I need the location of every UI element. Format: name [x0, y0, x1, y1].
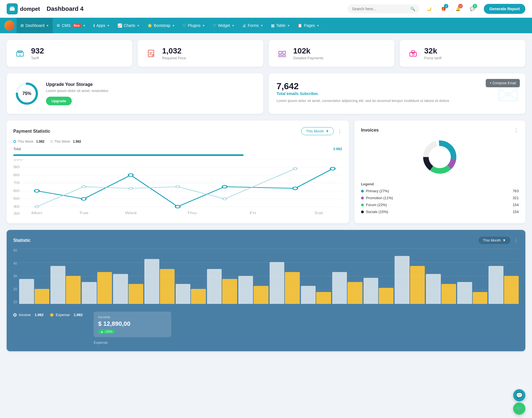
- expense-bar: [66, 276, 81, 304]
- svg-point-38: [35, 206, 39, 208]
- logo[interactable]: dompet: [7, 3, 40, 14]
- expense-label: Expense: [56, 313, 70, 317]
- statistic-title: Statistic: [13, 238, 30, 243]
- expense-value: 1.982: [74, 313, 83, 317]
- svg-text:Fri: Fri: [250, 211, 256, 215]
- sidebar-item-table[interactable]: ▦ Table ▼: [267, 18, 294, 33]
- more-options-icon[interactable]: ⋮: [337, 128, 342, 134]
- income-bar: [332, 272, 347, 304]
- bar-group: [364, 248, 394, 304]
- upgrade-button[interactable]: Upgrade: [46, 97, 72, 105]
- legend-forum-label: Forum (22%): [366, 203, 387, 207]
- income-bar: [270, 262, 284, 304]
- moon-icon-btn[interactable]: 🌙: [424, 4, 434, 14]
- nav-apps-label: Apps: [96, 23, 105, 28]
- sidebar-item-widget[interactable]: ♡ Widget ▼: [209, 18, 238, 33]
- bar-group: [144, 248, 175, 304]
- bar-group: [488, 248, 519, 304]
- income-bar: [19, 279, 34, 304]
- income-bar: [395, 256, 409, 304]
- nav-pages-label: Pages: [304, 23, 315, 28]
- bell-icon-btn[interactable]: 🔔 12: [453, 4, 463, 14]
- income-label: Income: [19, 313, 31, 317]
- svg-rect-9: [279, 55, 282, 57]
- sidebar-item-plugins[interactable]: ♡ Plugins ▼: [179, 18, 209, 33]
- sidebar-item-dashboard[interactable]: ⊞ Dashboard ▼: [17, 18, 53, 33]
- generate-report-button[interactable]: Generate Report: [484, 4, 525, 14]
- income-bar: [50, 266, 65, 304]
- bar-group: [207, 248, 237, 304]
- svg-rect-8: [283, 51, 285, 54]
- storage-percent: 75%: [22, 91, 31, 96]
- svg-text:50: 50: [13, 197, 20, 201]
- sidebar-item-bootstrap[interactable]: ⭐ Bootstrap ▼: [144, 18, 179, 33]
- gift-icon-btn[interactable]: 🎁 2: [438, 4, 448, 14]
- chat-icon-btn[interactable]: 💬 5: [467, 4, 477, 14]
- svg-text:Thu: Thu: [187, 211, 197, 215]
- email-bg-icon: ✉: [497, 79, 520, 111]
- search-icon[interactable]: 🔍: [410, 7, 415, 11]
- svg-text:90: 90: [13, 165, 20, 169]
- nav-widget-label: Widget: [218, 23, 230, 28]
- income-bar: [364, 278, 378, 304]
- income-bar: [426, 274, 441, 304]
- legend-entry-primary: Primary (27%) 763: [361, 189, 519, 193]
- charts-icon: 📈: [117, 23, 122, 28]
- chevron-down-icon-charts: ▼: [137, 24, 140, 27]
- sidebar-item-apps[interactable]: ℹ Apps ▼: [89, 18, 114, 33]
- chevron-down-icon-forms: ▼: [260, 24, 263, 27]
- income-bar: [238, 276, 253, 304]
- middle-grid: 75% Upgrade Your Storage Lorem ipsum dol…: [7, 73, 525, 114]
- sidebar-item-cms[interactable]: ⚙ CMS New ▼: [53, 18, 89, 33]
- search-input[interactable]: [352, 7, 408, 11]
- stat-card-payments: 102k Detalled Payments: [269, 40, 394, 67]
- income-bar: [113, 274, 128, 304]
- price-icon: [144, 47, 158, 60]
- expense-bar: [441, 284, 456, 304]
- income-bar: [176, 284, 190, 304]
- svg-point-31: [34, 189, 39, 192]
- svg-point-39: [82, 186, 86, 188]
- dashboard-icon: ⊞: [21, 23, 24, 28]
- svg-rect-4: [19, 54, 21, 56]
- svg-text:100: 100: [13, 159, 23, 161]
- plugins-icon: ♡: [183, 23, 186, 28]
- expense-bar: [285, 272, 300, 304]
- expense-bar: [222, 279, 237, 304]
- expense-bar: [129, 284, 143, 304]
- income-bar: [488, 266, 503, 304]
- nav-table-label: Table: [276, 23, 285, 28]
- nav-cms-label: CMS: [62, 23, 70, 28]
- search-bar[interactable]: 🔍: [347, 4, 420, 13]
- storage-description: Lorem ipsum dolor sit amet, onsectetur.: [46, 89, 109, 93]
- sidebar-item-forms[interactable]: 🖨 Forms ▼: [238, 18, 267, 33]
- invoice-more-icon[interactable]: ⋮: [514, 127, 519, 133]
- header: dompet Dashboard 4 🔍 🌙 🎁 2 🔔 12 💬 5 Gene…: [0, 0, 532, 18]
- total-value: 3.982: [333, 147, 342, 151]
- bar-group: [332, 248, 362, 304]
- expense-bar: [35, 289, 49, 304]
- legend-promotion-value: 321: [513, 196, 519, 200]
- svg-point-37: [330, 167, 335, 170]
- payments-icon: [275, 47, 289, 60]
- statistic-filter-button[interactable]: This Month ▼: [479, 237, 510, 244]
- bar-group: [426, 248, 456, 304]
- svg-text:40: 40: [13, 205, 20, 209]
- apps-icon: ℹ: [93, 23, 95, 28]
- expense-bar: [160, 269, 175, 304]
- sidebar-item-charts[interactable]: 📈 Charts ▼: [114, 18, 144, 33]
- bar-group: [19, 248, 49, 304]
- svg-rect-10: [283, 55, 285, 57]
- force-number: 32k: [424, 47, 441, 55]
- statistic-more-icon[interactable]: ⋮: [514, 237, 519, 243]
- payment-filter-button[interactable]: This Month ▼: [301, 127, 334, 135]
- chevron-down-icon-stat: ▼: [502, 238, 506, 242]
- svg-text:60: 60: [13, 189, 20, 193]
- expense-bar: [410, 266, 425, 304]
- svg-text:Tue: Tue: [79, 211, 88, 215]
- chevron-down-icon-filter: ▼: [326, 129, 329, 133]
- page-title: Dashboard 4: [47, 5, 347, 12]
- sidebar-item-pages[interactable]: 📋 Pages ▼: [294, 18, 323, 33]
- income-change-badge: ▲ +15%: [98, 329, 114, 334]
- widget-icon: ♡: [213, 23, 216, 28]
